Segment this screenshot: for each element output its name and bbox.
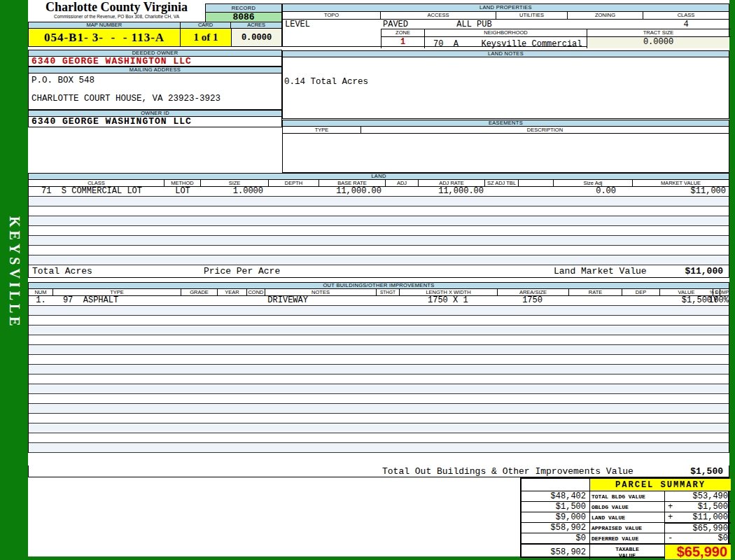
ob-rate-cell [568,296,621,305]
taxable-value-label: TAXABLE VALUE [589,543,664,559]
easement-description-header: DESCRIPTION [361,127,729,133]
address-line-2: CHARLOTTE COURT HOUSE, VA 23923-3923 [31,94,220,104]
land-size-adj-cell: 0.00 [554,187,633,196]
ob-notes-header: NOTES [265,289,377,295]
land-market-value-total: $11,000 [685,265,723,277]
prior-obldg-value: $1,500 [522,501,589,512]
land-market-value-header: MARKET VALUE [633,180,729,186]
record-box: RECORD 8086 [205,4,282,22]
empty-table-row [29,355,729,365]
ob-cond-header: COND [247,289,265,295]
county-header: Charlotte County Virginia Commissioner o… [28,0,205,22]
ob-type-header: TYPE [53,289,181,295]
empty-table-row [29,414,729,424]
land-notes-bar: LAND NOTES [282,50,729,57]
map-header-row: MAP NUMBER CARD ACRES [28,22,282,29]
land-adj-rate-header: ADJ RATE [419,180,485,186]
out-buildings-data-row: 1. 97 ASPHALT DRIVEWAY 1750 X 1 1750 $1,… [28,296,729,306]
easement-type-header: TYPE [283,127,361,133]
out-buildings-total-value: $1,500 [690,465,723,477]
county-title: Charlotte County Virginia [28,0,205,14]
total-acres-label: Total Acres [32,265,92,277]
land-data-row: 71 S COMMERCIAL LOT LOT 1.0000 11,000.00… [28,187,729,197]
empty-table-row [29,326,729,335]
out-buildings-empty-rows [28,306,729,453]
land-totals-row: Total Acres Price Per Acre Land Market V… [28,265,729,278]
empty-table-row [29,443,729,453]
land-adj-rate-cell: 11,000.00 [419,187,485,196]
land-blank-cell [519,187,554,196]
land-depth-cell [269,187,319,196]
deeded-owner-value: 6340 GEORGE WASHINGTON LLC [28,57,282,66]
ob-pct-comp-cell: 100% [719,296,729,305]
out-buildings-total-label: Total Out Buildings & Other Improvements… [382,465,634,477]
district-label: KEYSVILLE [6,216,22,330]
record-sheet: Charlotte County Virginia Commissioner o… [28,0,729,556]
ob-grade-header: GRADE [181,289,218,295]
land-value-sign: + [668,512,673,522]
prior-total-bldg-value: $48,402 [522,491,589,501]
owner-id-value: 6340 GEORGE WASHINGTON LLC [28,117,282,127]
utilities-value: ALL PUB [381,20,568,29]
class-header: CLASS [643,12,729,19]
empty-table-row [29,345,729,355]
land-size-cell: 1.0000 [201,187,269,196]
ob-num-header: NUM [29,289,53,295]
empty-table-row [29,384,729,394]
empty-table-row [29,246,729,255]
out-buildings-total-row: Total Out Buildings & Other Improvements… [28,465,729,477]
empty-table-row [29,433,729,443]
empty-table-row [29,197,729,206]
land-method-cell: LOT [164,187,201,196]
ob-area-size-cell: 1750 [497,296,568,305]
property-record-card: KEYSVILLE Charlotte County Virginia Comm… [0,0,735,560]
neighborhood-header: NEIGHBORHOOD [425,29,587,36]
summary-prior-blank-cell [522,479,589,491]
ob-cond-cell [246,296,265,305]
ob-year-header: YEAR [218,289,247,295]
empty-table-row [29,365,729,374]
out-buildings-bar: OUT BUILDINGS/OTHER IMPROVEMENTS [28,282,729,289]
ob-length-width-cell: 1750 X 1 [399,296,497,305]
empty-table-row [29,236,729,246]
mailing-address-box: P.O. BOX 548 CHARLOTTE COURT HOUSE, VA 2… [28,74,282,110]
obldg-value: + $1,500 [664,501,731,512]
total-bldg-value: $53,490 [664,491,731,501]
obldg-sign: + [668,502,673,512]
ob-notes-cell: DRIVEWAY [265,296,376,305]
land-size-adj-header: Size Adj [554,180,633,186]
map-number-header: MAP NUMBER [29,22,181,28]
ob-year-cell [217,296,246,305]
land-properties-bar: LAND PROPERTIES [283,4,729,12]
land-section-bar: LAND [28,173,729,180]
land-sz-adj-tbl-header: SZ ADJ TBL [485,180,519,186]
empty-table-row [29,306,729,316]
map-number-value: 054-B1- 3- - - 113-A [28,29,181,47]
obldg-value-label: OBLDG VALUE [589,501,664,512]
tract-size-value: 0.0000 [587,37,729,48]
acres-header: ACRES [231,22,281,28]
topo-header: TOPO [283,12,381,19]
ob-pct-comp-header: % COMP [720,289,729,295]
land-class-cell: 71 S COMMERCIAL LOT [29,187,164,196]
empty-table-row [29,394,729,404]
price-per-acre-label: Price Per Acre [204,265,280,277]
deferred-value-label: DEFERRED VALUE [589,533,664,543]
county-subtitle: Commissioner of the Revenue, PO Box 308,… [28,14,205,20]
ob-value-header: VALUE [660,289,713,295]
land-value-label: LAND VALUE [589,512,664,522]
land-base-rate-header: BASE RATE [319,180,386,186]
land-base-rate-cell: 11,000.00 [319,187,386,196]
utilities-header: UTILITIES [496,12,568,19]
appraised-value-label: APPRAISED VALUE [589,522,664,533]
land-properties-box: LAND PROPERTIES TOPO ACCESS UTILITIES ZO… [282,4,729,47]
ob-value-cell: $1,500 [659,296,712,305]
acres-value: 0.0000 [232,29,282,47]
empty-table-row [29,374,729,384]
ob-sthgt-cell [376,296,399,305]
empty-table-row [29,255,729,265]
card-header: CARD [181,22,232,28]
zone-extra-value: 70 A [425,39,458,49]
parcel-summary: PARCEL SUMMARY $48,402 TOTAL BLDG VALUE … [520,477,729,558]
land-value: + $11,000 [664,512,731,522]
